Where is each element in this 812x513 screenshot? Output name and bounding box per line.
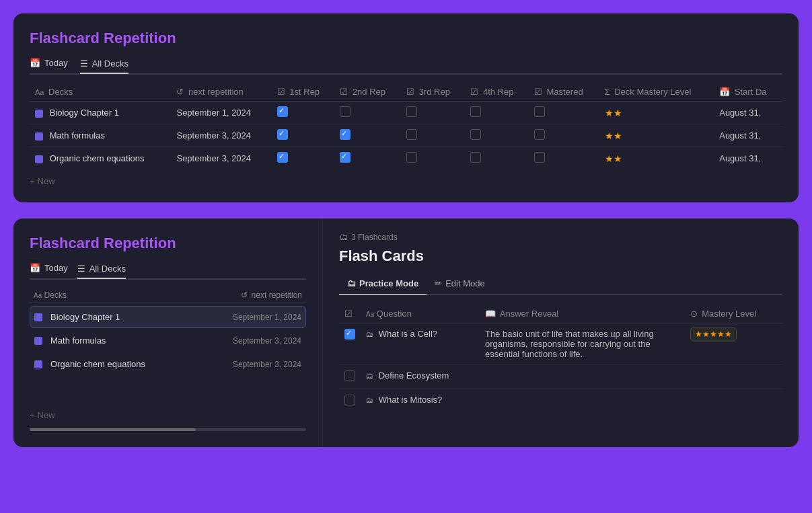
checkbox-empty[interactable] (534, 129, 545, 140)
deck-name-cell: Biology Chapter 1 (30, 102, 171, 124)
card-question: Define Ecosystem (379, 370, 449, 381)
bottom-today-button[interactable]: 📅 Today (30, 263, 68, 273)
start-date-cell: August 31, (714, 102, 782, 124)
checkbox-checked[interactable] (277, 129, 288, 140)
mastered-cell[interactable] (529, 124, 599, 147)
table-row[interactable]: Math formulas September 3, 2024 ★★ Augus… (30, 124, 782, 147)
tab-bar: 🗂 Practice Mode ✏ Edit Mode (339, 274, 782, 295)
mastered-cell[interactable] (529, 147, 599, 170)
scrollbar[interactable] (30, 420, 306, 431)
deck-icon (34, 337, 42, 345)
col-mastery: ⊙ Mastery Level (685, 305, 782, 323)
stars: ★★ (605, 108, 622, 118)
mastery-badge: ★★★★★ (690, 327, 737, 342)
card-check-cell[interactable] (339, 389, 361, 413)
tab-practice-mode[interactable]: 🗂 Practice Mode (339, 274, 427, 295)
list-icon: ☰ (80, 58, 88, 69)
card-check-cell[interactable] (339, 365, 361, 389)
rep2-cell[interactable] (334, 124, 401, 147)
flash-cards-title: Flash Cards (339, 247, 782, 265)
deck-icon (34, 313, 42, 321)
card-question-cell: 🗂 What is Mitosis? (361, 389, 480, 413)
checkbox-empty[interactable] (470, 152, 481, 163)
checkbox-empty[interactable] (470, 106, 481, 117)
table-row[interactable]: Organic chem equations September 3, 2024… (30, 147, 782, 170)
calendar-icon: 📅 (30, 58, 40, 68)
col-check: ☑ (339, 305, 361, 323)
card-icon: 🗂 (366, 396, 373, 404)
list-item[interactable]: Math formulas September 3, 2024 (30, 329, 306, 352)
bottom-all-decks-button[interactable]: ☰ All Decks (77, 264, 126, 279)
rep4-cell[interactable] (465, 147, 528, 170)
top-add-new-button[interactable]: + New (30, 176, 782, 186)
practice-icon: 🗂 (347, 278, 356, 288)
col-rep2: ☑ 2nd Rep (334, 83, 401, 102)
top-panel-title: Flashcard Repetition (30, 30, 782, 47)
top-panel: Flashcard Repetition 📅 Today ☰ All Decks… (13, 13, 799, 202)
top-toolbar: 📅 Today ☰ All Decks (30, 58, 782, 75)
bottom-add-new-button[interactable]: + New (30, 410, 306, 420)
checkbox-empty[interactable] (534, 152, 545, 163)
deck-date: September 3, 2024 (233, 360, 301, 369)
checkbox-checked[interactable] (277, 106, 288, 117)
left-col-decks: Aa Decks (34, 290, 67, 300)
deck-name: Organic chem equations (50, 153, 145, 163)
card-check-cell[interactable] (339, 323, 361, 365)
checkbox-empty[interactable] (406, 106, 417, 117)
checkbox-checked[interactable] (277, 152, 288, 163)
deck-row-left: Biology Chapter 1 (34, 312, 120, 322)
stars: ★★ (605, 153, 622, 164)
card-question: What is a Cell? (379, 329, 437, 339)
calendar-icon-2: 📅 (30, 263, 40, 273)
checkbox-empty[interactable] (470, 129, 481, 140)
next-rep-cell: September 1, 2024 (171, 102, 271, 124)
deck-name: Math formulas (50, 130, 105, 141)
left-col-next-rep: ↺ next repetition (241, 290, 302, 300)
table-row[interactable]: 🗂 Define Ecosystem (339, 365, 782, 389)
deck-date: September 1, 2024 (233, 313, 301, 322)
today-button[interactable]: 📅 Today (30, 58, 68, 68)
stars: ★★ (605, 130, 622, 141)
checkbox-empty[interactable] (344, 395, 355, 405)
col-rep4: ☑ 4th Rep (465, 83, 528, 102)
bottom-toolbar: 📅 Today ☰ All Decks (30, 263, 306, 280)
deck-name: Math formulas (50, 336, 106, 346)
all-decks-button[interactable]: ☰ All Decks (80, 58, 128, 74)
rep4-cell[interactable] (465, 124, 528, 147)
checkbox-empty[interactable] (406, 152, 417, 163)
table-row[interactable]: 🗂 What is Mitosis? (339, 389, 782, 413)
checkbox-empty[interactable] (406, 129, 417, 140)
checkbox-checked[interactable] (344, 329, 355, 340)
list-item[interactable]: Organic chem equations September 3, 2024 (30, 353, 306, 375)
rep1-cell[interactable] (272, 147, 335, 170)
deck-icon (35, 155, 43, 163)
rep4-cell[interactable] (465, 102, 528, 124)
rep2-cell[interactable] (334, 102, 401, 124)
mastered-cell[interactable] (529, 102, 599, 124)
mastery-level-cell: ★★ (599, 102, 714, 124)
table-row[interactable]: 🗂 What is a Cell? The basic unit of life… (339, 323, 782, 365)
rep1-cell[interactable] (272, 102, 335, 124)
col-question: Aa Question (361, 305, 480, 323)
rep3-cell[interactable] (401, 147, 465, 170)
table-row[interactable]: Biology Chapter 1 September 1, 2024 ★★ A… (30, 102, 782, 124)
card-icon: 🗂 (366, 372, 373, 380)
checkbox-checked[interactable] (340, 129, 350, 140)
card-question-cell: 🗂 What is a Cell? (361, 323, 480, 365)
rep1-cell[interactable] (272, 124, 335, 147)
checkbox-empty[interactable] (534, 106, 545, 117)
checkbox-empty[interactable] (344, 370, 355, 381)
deck-name-cell: Math formulas (30, 124, 171, 147)
deck-icon (34, 360, 42, 368)
cards-icon: 🗂 (339, 232, 348, 242)
rep3-cell[interactable] (401, 102, 465, 124)
rep2-cell[interactable] (334, 147, 401, 170)
edit-icon: ✏ (435, 278, 442, 288)
plus-icon: + (30, 176, 35, 186)
checkbox-empty[interactable] (340, 106, 350, 117)
list-item[interactable]: Biology Chapter 1 September 1, 2024 (30, 306, 306, 328)
rep3-cell[interactable] (401, 124, 465, 147)
checkbox-checked[interactable] (340, 152, 350, 163)
card-question-cell: 🗂 Define Ecosystem (361, 365, 480, 389)
tab-edit-mode[interactable]: ✏ Edit Mode (427, 274, 493, 294)
